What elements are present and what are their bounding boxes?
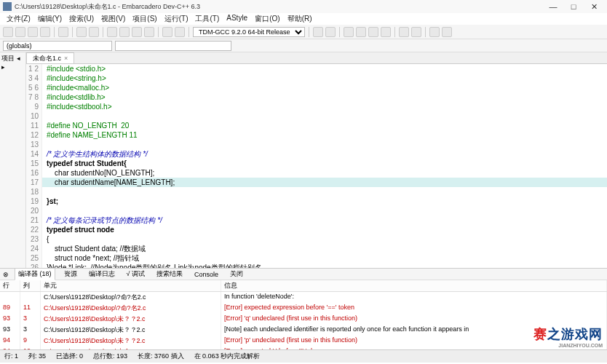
save-button[interactable] xyxy=(28,27,38,37)
compile-run-button[interactable] xyxy=(132,27,142,37)
menu-project[interactable]: 项目(S) xyxy=(129,13,160,25)
tab-resource[interactable]: 资源 xyxy=(61,269,80,280)
status-col: 列: 35 xyxy=(28,352,46,361)
menu-window[interactable]: 窗口(O) xyxy=(251,13,283,25)
status-sel: 已选择: 0 xyxy=(56,352,83,361)
debug-button[interactable] xyxy=(162,27,172,37)
editor-tab[interactable]: 未命名1.c × xyxy=(26,52,74,63)
tool-g-button[interactable] xyxy=(399,27,409,37)
menu-view[interactable]: 视图(V) xyxy=(98,13,129,25)
compile-button[interactable] xyxy=(107,27,117,37)
toolbar-secondary: (globals) xyxy=(0,39,607,52)
statusbar: 行: 1 列: 35 已选择: 0 总行数: 193 长度: 3760 插入 在… xyxy=(0,349,607,363)
tab-label: 未命名1.c xyxy=(33,54,61,63)
save-all-button[interactable] xyxy=(40,27,50,37)
watermark-url: JIANZHIYOU.COM xyxy=(533,343,603,348)
tool-i-button[interactable] xyxy=(429,27,440,37)
error-row[interactable]: 933C:\Users\19128\Desktop\未？？2.c[Error] … xyxy=(0,314,607,325)
tab-searchresults[interactable]: 搜索结果 xyxy=(154,269,186,280)
tool-h-button[interactable] xyxy=(411,27,421,37)
error-row[interactable]: 933C:\Users\19128\Desktop\未？？2.c[Note] e… xyxy=(0,325,607,336)
tool-j-button[interactable] xyxy=(442,27,452,37)
window-title: C:\Users\19128\Desktop\未命名1.c - Embarcad… xyxy=(15,2,200,12)
stop-button[interactable] xyxy=(175,27,185,37)
menu-file[interactable]: 文件(Z) xyxy=(3,13,34,25)
error-header: 行 列 单元 信息 xyxy=(0,280,607,292)
print-button[interactable] xyxy=(58,27,68,37)
col-col[interactable]: 列 xyxy=(20,280,41,291)
tab-compiler[interactable]: 编译器 (18) xyxy=(15,268,55,280)
tool-b-button[interactable] xyxy=(325,27,336,37)
tab-compilelog[interactable]: 编译日志 xyxy=(86,269,118,280)
tool-c-button[interactable] xyxy=(344,27,354,37)
compiler-selector[interactable]: TDM-GCC 9.2.0 64-bit Release xyxy=(193,27,305,37)
code-editor[interactable]: 1 2 3 4 5 6 7 8 9 10 11 12 13 14 15 16 1… xyxy=(26,64,607,268)
menu-help[interactable]: 帮助(R) xyxy=(284,13,316,25)
status-line: 行: 1 xyxy=(4,352,18,361)
menu-run[interactable]: 运行(T) xyxy=(161,13,192,25)
project-panel[interactable]: 项目 ◂ ▸ xyxy=(0,52,26,268)
watermark-text: 之游戏网 xyxy=(547,327,603,341)
tool-e-button[interactable] xyxy=(368,27,378,37)
menu-astyle[interactable]: AStyle xyxy=(223,13,251,25)
status-done: 在 0.063 秒内完成解析 xyxy=(194,352,261,361)
redo-button[interactable] xyxy=(89,27,99,37)
line-gutter: 1 2 3 4 5 6 7 8 9 10 11 12 13 14 15 16 1… xyxy=(26,64,42,268)
error-row[interactable]: 949C:\Users\19128\Desktop\未？？2.c[Error] … xyxy=(0,336,607,347)
status-len: 长度: 3760 插入 xyxy=(138,352,184,361)
col-file[interactable]: 单元 xyxy=(41,280,221,291)
new-file-button[interactable] xyxy=(3,27,13,37)
symbol-dropdown[interactable] xyxy=(115,41,231,51)
editor-area: 未命名1.c × 1 2 3 4 5 6 7 8 9 10 11 12 13 1… xyxy=(26,52,607,268)
status-total: 总行数: 193 xyxy=(93,352,127,361)
col-line[interactable]: 行 xyxy=(0,280,20,291)
close-button[interactable]: ✕ xyxy=(584,2,604,12)
bottom-tabs: ⊗ 编译器 (18) 资源 编译日志 √ 调试 搜索结果 Console 关闭 xyxy=(0,269,607,280)
tab-close[interactable]: 关闭 xyxy=(227,269,246,280)
col-msg[interactable]: 信息 xyxy=(221,280,607,291)
minimize-button[interactable]: — xyxy=(543,2,563,11)
tab-debug[interactable]: √ 调试 xyxy=(124,269,148,280)
open-button[interactable] xyxy=(15,27,25,37)
maximize-button[interactable]: □ xyxy=(563,2,584,11)
titlebar: C:\Users\19128\Desktop\未命名1.c - Embarcad… xyxy=(0,0,607,13)
menu-tools[interactable]: 工具(T) xyxy=(191,13,223,25)
menubar: 文件(Z) 编辑(Y) 搜索(U) 视图(V) 项目(S) 运行(T) 工具(T… xyxy=(0,13,607,25)
undo-button[interactable] xyxy=(76,27,87,37)
globals-dropdown[interactable]: (globals) xyxy=(3,41,112,51)
error-row[interactable]: 8911C:\Users\19128\Desktop\?命?名2.c[Error… xyxy=(0,303,607,314)
bottom-panel: ⊗ 编译器 (18) 资源 编译日志 √ 调试 搜索结果 Console 关闭 … xyxy=(0,268,607,349)
tab-close-icon[interactable]: × xyxy=(64,55,68,62)
rebuild-button[interactable] xyxy=(144,27,154,37)
tool-a-button[interactable] xyxy=(313,27,323,37)
error-row[interactable]: C:\Users\19128\Desktop\?命?名2.cIn functio… xyxy=(0,292,607,303)
tab-console[interactable]: Console xyxy=(191,270,221,279)
menu-edit[interactable]: 编辑(Y) xyxy=(34,13,66,25)
run-button[interactable] xyxy=(119,27,130,37)
tool-d-button[interactable] xyxy=(356,27,366,37)
error-table: 行 列 单元 信息 C:\Users\19128\Desktop\?命?名2.c… xyxy=(0,280,607,349)
editor-tabs: 未命名1.c × xyxy=(26,52,607,64)
main-area: 项目 ◂ ▸ 未命名1.c × 1 2 3 4 5 6 7 8 9 10 11 … xyxy=(0,52,607,268)
menu-search[interactable]: 搜索(U) xyxy=(66,13,98,25)
tool-f-button[interactable] xyxy=(381,27,391,37)
code-body[interactable]: #include <stdio.h> #include<string.h> #i… xyxy=(42,64,607,268)
toolbar-main: TDM-GCC 9.2.0 64-bit Release xyxy=(0,25,607,39)
error-row[interactable]: 9410C:\Users\19128\Desktop\未命??.c[Error]… xyxy=(0,347,607,349)
watermark: 赛之游戏网 JIANZHIYOU.COM xyxy=(533,325,603,348)
app-icon xyxy=(3,2,12,11)
